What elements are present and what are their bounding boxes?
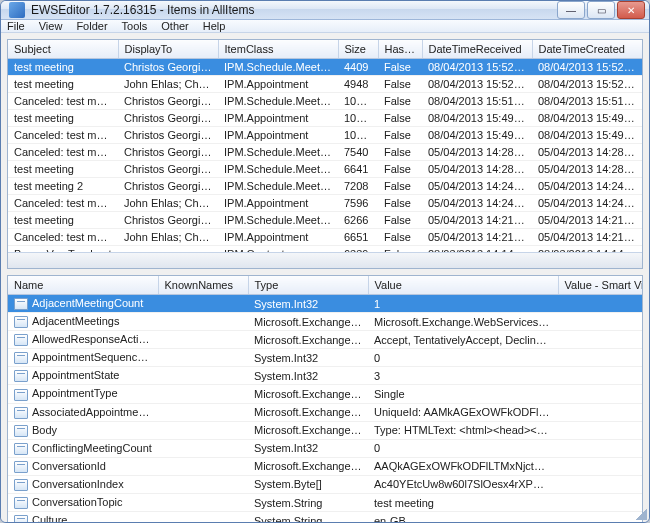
properties-header-row[interactable]: Name KnownNames Type Value Value - Smart… bbox=[8, 276, 642, 295]
table-row[interactable]: AppointmentTypeMicrosoft.Exchange.WebSe…… bbox=[8, 385, 642, 403]
property-icon bbox=[14, 352, 28, 364]
cell-created: 08/04/2013 15:52:39 bbox=[532, 76, 642, 93]
table-row[interactable]: Canceled: test meeting 2John Ehlas; Chri… bbox=[8, 195, 642, 212]
menu-folder[interactable]: Folder bbox=[76, 20, 107, 32]
close-button[interactable]: ✕ bbox=[617, 1, 645, 19]
col-smartview[interactable]: Value - Smart View bbox=[558, 276, 642, 295]
cell-received: 05/04/2013 14:28:12 bbox=[422, 161, 532, 178]
property-icon bbox=[14, 389, 28, 401]
cell-known bbox=[158, 331, 248, 349]
table-row[interactable]: Canceled: test meetingChristos Georgiadi… bbox=[8, 93, 642, 110]
cell-size: 7540 bbox=[338, 144, 378, 161]
cell-name: AssociatedAppointmentId bbox=[8, 403, 158, 421]
menu-tools[interactable]: Tools bbox=[122, 20, 148, 32]
items-grid-scroll[interactable]: Subject DisplayTo ItemClass Size HasAtta… bbox=[8, 40, 642, 252]
table-row[interactable]: AdjacentMeetingsMicrosoft.Exchange.WebSe… bbox=[8, 313, 642, 331]
col-name[interactable]: Name bbox=[8, 276, 158, 295]
items-grid: Subject DisplayTo ItemClass Size HasAtta… bbox=[7, 39, 643, 269]
table-row[interactable]: AppointmentSequenceNum…System.Int320 bbox=[8, 349, 642, 367]
col-subject[interactable]: Subject bbox=[8, 40, 118, 59]
table-row[interactable]: CultureSystem.Stringen-GB bbox=[8, 512, 642, 523]
property-icon bbox=[14, 407, 28, 419]
col-size[interactable]: Size bbox=[338, 40, 378, 59]
menu-help[interactable]: Help bbox=[203, 20, 226, 32]
table-row[interactable]: test meetingChristos Georgiadis; Br…IPM.… bbox=[8, 212, 642, 229]
property-name-label: AssociatedAppointmentId bbox=[32, 406, 157, 418]
table-row[interactable]: AssociatedAppointmentIdMicrosoft.Exchang… bbox=[8, 403, 642, 421]
properties-grid: Name KnownNames Type Value Value - Smart… bbox=[7, 275, 643, 523]
table-row[interactable]: ConversationTopicSystem.Stringtest meeti… bbox=[8, 494, 642, 512]
col-value[interactable]: Value bbox=[368, 276, 558, 295]
table-row[interactable]: Canceled: test meetingJohn Ehlas; Christ… bbox=[8, 229, 642, 246]
table-row[interactable]: test meetingChristos Georgiadis; Br…IPM.… bbox=[8, 59, 642, 76]
table-row[interactable]: BodyMicrosoft.Exchange.WebSe…Type: HTMLT… bbox=[8, 421, 642, 439]
menu-file[interactable]: File bbox=[7, 20, 25, 32]
cell-hasattach: False bbox=[378, 110, 422, 127]
cell-displayto: Christos Georgiadis; Br… bbox=[118, 110, 218, 127]
resize-grip-icon[interactable] bbox=[633, 506, 647, 520]
properties-grid-scroll[interactable]: Name KnownNames Type Value Value - Smart… bbox=[8, 276, 642, 523]
cell-received: 08/04/2013 15:52:39 bbox=[422, 59, 532, 76]
table-row[interactable]: AppointmentStateSystem.Int323 bbox=[8, 367, 642, 385]
cell-created: 08/04/2013 15:49:54 bbox=[532, 110, 642, 127]
col-received[interactable]: DateTimeReceived bbox=[422, 40, 532, 59]
items-header-row[interactable]: Subject DisplayTo ItemClass Size HasAtta… bbox=[8, 40, 642, 59]
col-hasattach[interactable]: HasAttach bbox=[378, 40, 422, 59]
cell-smart bbox=[558, 421, 642, 439]
property-icon bbox=[14, 497, 28, 509]
cell-value: Microsoft.Exchange.WebServices.Data.Item… bbox=[368, 313, 558, 331]
menu-other[interactable]: Other bbox=[161, 20, 189, 32]
table-row[interactable]: AllowedResponseActionsMicrosoft.Exchange… bbox=[8, 331, 642, 349]
cell-type: Microsoft.Exchange.WebSe… bbox=[248, 457, 368, 475]
cell-name: AppointmentType bbox=[8, 385, 158, 403]
cell-size: 6266 bbox=[338, 212, 378, 229]
cell-displayto: Christos Georgiadis; Br… bbox=[118, 178, 218, 195]
cell-hasattach: False bbox=[378, 229, 422, 246]
cell-name: ConflictingMeetingCount bbox=[8, 439, 158, 457]
table-row[interactable]: test meetingChristos Georgiadis; Br…IPM.… bbox=[8, 110, 642, 127]
property-icon bbox=[14, 443, 28, 455]
property-name-label: Body bbox=[32, 424, 57, 436]
table-row[interactable]: Canceled: test meeting 2Christos Georgia… bbox=[8, 144, 642, 161]
property-name-label: AdjacentMeetings bbox=[32, 315, 119, 327]
cell-created: 05/04/2013 14:21:56 bbox=[532, 229, 642, 246]
cell-name: AllowedResponseActions bbox=[8, 331, 158, 349]
property-name-label: AdjacentMeetingCount bbox=[32, 297, 143, 309]
col-created[interactable]: DateTimeCreated bbox=[532, 40, 642, 59]
table-row[interactable]: ConflictingMeetingCountSystem.Int320 bbox=[8, 439, 642, 457]
cell-name: AppointmentState bbox=[8, 367, 158, 385]
property-icon bbox=[14, 334, 28, 346]
items-horizontal-scrollbar[interactable] bbox=[8, 252, 642, 268]
cell-created: 08/04/2013 15:49:54 bbox=[532, 127, 642, 144]
col-type[interactable]: Type bbox=[248, 276, 368, 295]
cell-smart bbox=[558, 331, 642, 349]
main-window: EWSEditor 1.7.2.16315 - Items in AllItem… bbox=[0, 0, 650, 523]
property-icon bbox=[14, 515, 28, 523]
col-knownnames[interactable]: KnownNames bbox=[158, 276, 248, 295]
minimize-button[interactable]: — bbox=[557, 1, 585, 19]
cell-hasattach: False bbox=[378, 212, 422, 229]
cell-smart bbox=[558, 494, 642, 512]
titlebar[interactable]: EWSEditor 1.7.2.16315 - Items in AllItem… bbox=[1, 1, 649, 20]
cell-name: ConversationTopic bbox=[8, 494, 158, 512]
table-row[interactable]: test meeting 2Christos Georgiadis; Br…IP… bbox=[8, 178, 642, 195]
table-row[interactable]: Canceled: test meetingChristos Georgiadi… bbox=[8, 127, 642, 144]
table-row[interactable]: ConversationIndexSystem.Byte[]Ac40YEtcUw… bbox=[8, 475, 642, 493]
cell-displayto: John Ehlas; Christos G… bbox=[118, 76, 218, 93]
app-icon bbox=[9, 2, 25, 18]
cell-subject: Canceled: test meeting 2 bbox=[8, 144, 118, 161]
cell-name: AdjacentMeetingCount bbox=[8, 295, 158, 313]
table-row[interactable]: ConversationIdMicrosoft.Exchange.WebSe…A… bbox=[8, 457, 642, 475]
property-name-label: AppointmentState bbox=[32, 369, 119, 381]
table-row[interactable]: AdjacentMeetingCountSystem.Int321 bbox=[8, 295, 642, 313]
cell-type: System.String bbox=[248, 494, 368, 512]
table-row[interactable]: test meetingJohn Ehlas; Christos G…IPM.A… bbox=[8, 76, 642, 93]
cell-displayto: Christos Georgiadis; Br… bbox=[118, 144, 218, 161]
menu-view[interactable]: View bbox=[39, 20, 63, 32]
maximize-button[interactable]: ▭ bbox=[587, 1, 615, 19]
table-row[interactable]: test meetingChristos Georgiadis; Br…IPM.… bbox=[8, 161, 642, 178]
col-displayto[interactable]: DisplayTo bbox=[118, 40, 218, 59]
col-itemclass[interactable]: ItemClass bbox=[218, 40, 338, 59]
cell-created: 05/04/2013 14:21:56 bbox=[532, 212, 642, 229]
cell-smart bbox=[558, 313, 642, 331]
